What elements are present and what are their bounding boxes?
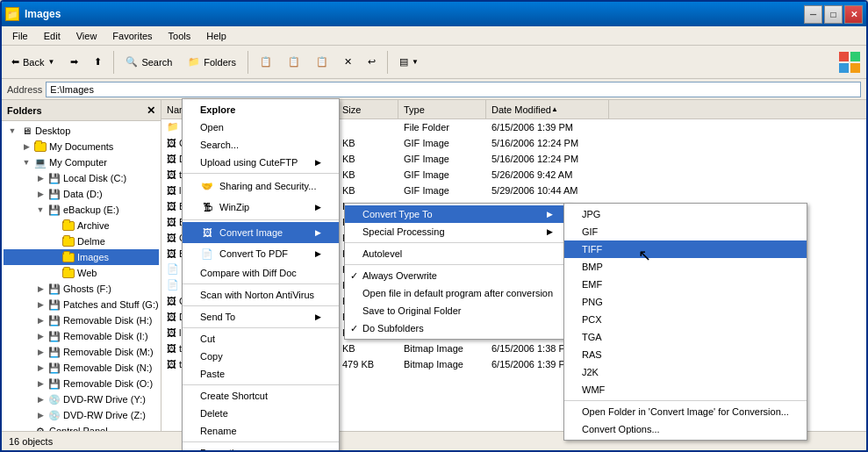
winzip-icon: 🗜 xyxy=(200,200,214,214)
ctx-do-subfolders[interactable]: ✓ Do Subfolders xyxy=(345,319,570,337)
tree-item-dvdz[interactable]: ▶ 💿 DVD-RW Drive (Z:) xyxy=(4,407,159,423)
ctx-gif[interactable]: GIF xyxy=(564,223,807,240)
ctx-convert-options[interactable]: Convert Options... xyxy=(564,420,807,438)
tree-item-dvdy[interactable]: ▶ 💿 DVD-RW Drive (Y:) xyxy=(4,391,159,407)
tree-item-removablei[interactable]: ▶ 💾 Removable Disk (I:) xyxy=(4,328,159,344)
paste-icon: 📋 xyxy=(316,56,328,68)
tree-item-images[interactable]: Images xyxy=(4,249,159,265)
patches-icon: 💾 xyxy=(47,298,61,312)
windows-logo xyxy=(836,49,863,75)
close-panel-button[interactable]: ✕ xyxy=(147,104,155,117)
menu-favorites[interactable]: Favorites xyxy=(105,27,159,45)
tree-item-datad[interactable]: ▶ 💾 Data (D:) xyxy=(4,186,159,202)
ctx-ras[interactable]: RAS xyxy=(564,346,807,363)
tree-item-patches[interactable]: ▶ 💾 Patches and Stuff (G:) xyxy=(4,297,159,312)
back-button[interactable]: ⬅ Back ▼ xyxy=(5,49,61,75)
winzip-arrow-icon: ▶ xyxy=(315,203,321,212)
ctx-winzip[interactable]: 🗜 WinZip ▶ xyxy=(183,197,339,218)
col-header-size[interactable]: Size xyxy=(337,100,398,118)
move-button[interactable]: 📋 xyxy=(254,49,278,75)
tree-item-mydocs[interactable]: ▶ My Documents xyxy=(4,139,159,154)
menu-tools[interactable]: Tools xyxy=(161,27,198,45)
tree-item-desktop[interactable]: ▼ 🖥 Desktop xyxy=(4,123,159,139)
tree-item-removableo[interactable]: ▶ 💾 Removable Disk (O:) xyxy=(4,376,159,391)
separator xyxy=(183,384,339,385)
address-label: Address xyxy=(7,84,42,95)
ctx-emf[interactable]: EMF xyxy=(564,276,807,293)
expander-archive xyxy=(47,219,61,233)
ctx-norton[interactable]: Scan with Norton AntiVirus xyxy=(183,286,339,304)
ctx-sendto[interactable]: Send To ▶ xyxy=(183,308,339,326)
copy-button[interactable]: 📋 xyxy=(282,49,306,75)
ctx-paste[interactable]: Paste xyxy=(183,365,339,383)
ctx-open-default[interactable]: Open file in default program after conve… xyxy=(345,284,570,302)
removablen-icon: 💾 xyxy=(47,361,61,375)
tree-item-ebackup[interactable]: ▼ 💾 eBackup (E:) xyxy=(4,202,159,218)
undo-button[interactable]: ↩ xyxy=(362,49,382,75)
ctx-bmp[interactable]: BMP xyxy=(564,258,807,276)
tree-item-localc[interactable]: ▶ 💾 Local Disk (C:) xyxy=(4,170,159,186)
delete-button[interactable]: ✕ xyxy=(338,49,358,75)
separator xyxy=(183,283,339,284)
menu-help[interactable]: Help xyxy=(199,27,233,45)
ctx-delete[interactable]: Delete xyxy=(183,405,339,422)
ctx-properties[interactable]: Properties xyxy=(183,444,339,452)
tree-item-ghosts[interactable]: ▶ 💾 Ghosts (F:) xyxy=(4,281,159,297)
back-label: Back xyxy=(23,57,44,68)
ctx-convert-image[interactable]: 🖼 Convert Image ▶ xyxy=(183,222,339,243)
ctx-create-shortcut[interactable]: Create Shortcut xyxy=(183,387,339,405)
tree-item-removablen[interactable]: ▶ 💾 Removable Disk (N:) xyxy=(4,360,159,376)
ctx-tiff[interactable]: TIFF xyxy=(564,240,807,258)
up-button[interactable]: ⬆ xyxy=(88,49,108,75)
ctx-explore[interactable]: Explore xyxy=(183,101,339,118)
ctx-copy[interactable]: Copy xyxy=(183,348,339,365)
col-header-date[interactable]: Date Modified ▲ xyxy=(486,100,609,118)
forward-button[interactable]: ➡ xyxy=(64,49,84,75)
ctx-tga[interactable]: TGA xyxy=(564,328,807,346)
ctx-j2k[interactable]: J2K xyxy=(564,363,807,381)
views-button[interactable]: ▤ ▼ xyxy=(393,49,425,75)
ctx-autolevel[interactable]: Autolevel xyxy=(345,245,570,262)
window-icon: 📁 xyxy=(5,7,19,21)
ctx-open-folder-convert[interactable]: Open Folder in 'Convert Image' for Conve… xyxy=(564,403,807,420)
ctx-pcx[interactable]: PCX xyxy=(564,311,807,328)
menu-view[interactable]: View xyxy=(69,27,104,45)
ctx-convert-type[interactable]: Convert Type To ▶ xyxy=(345,205,570,223)
expander-mycomputer: ▼ xyxy=(19,155,33,169)
tree-item-removablem[interactable]: ▶ 💾 Removable Disk (M:) xyxy=(4,344,159,360)
tree-item-removableh[interactable]: ▶ 💾 Removable Disk (H:) xyxy=(4,312,159,328)
mydocs-icon xyxy=(33,140,47,154)
tree-item-archive[interactable]: Archive xyxy=(4,218,159,233)
ctx-always-overwrite[interactable]: ✓ Always Overwrite xyxy=(345,267,570,284)
address-input[interactable] xyxy=(46,82,861,97)
ctx-wmf[interactable]: WMF xyxy=(564,381,807,398)
close-button[interactable]: ✕ xyxy=(844,5,863,24)
ctx-search[interactable]: Search... xyxy=(183,136,339,154)
ctx-jpg[interactable]: JPG xyxy=(564,205,807,223)
ctx-sharing[interactable]: 🤝 Sharing and Security... xyxy=(183,176,339,197)
ctx-compare[interactable]: Compare with Diff Doc xyxy=(183,264,339,282)
ctx-convert-pdf[interactable]: 📄 Convert To PDF ▶ xyxy=(183,243,339,264)
ctx-rename[interactable]: Rename xyxy=(183,422,339,440)
ctx-cut[interactable]: Cut xyxy=(183,330,339,348)
removableo-icon: 💾 xyxy=(47,377,61,391)
menu-file[interactable]: File xyxy=(5,27,35,45)
tree-item-delme[interactable]: Delme xyxy=(4,233,159,249)
ctx-special-processing[interactable]: Special Processing ▶ xyxy=(345,223,570,240)
menu-edit[interactable]: Edit xyxy=(37,27,68,45)
convert-pdf-icon: 📄 xyxy=(200,247,214,261)
ctx-png[interactable]: PNG xyxy=(564,293,807,311)
tree-item-web[interactable]: Web xyxy=(4,265,159,281)
maximize-button[interactable]: □ xyxy=(824,5,843,24)
tree-item-mycomputer[interactable]: ▼ 💻 My Computer xyxy=(4,154,159,170)
col-header-type[interactable]: Type xyxy=(398,100,486,118)
ctx-open[interactable]: Open xyxy=(183,118,339,136)
minimize-button[interactable]: ─ xyxy=(804,5,822,24)
folders-button[interactable]: 📁 Folders xyxy=(182,49,242,75)
expander-ghosts: ▶ xyxy=(33,282,47,296)
search-label: Search xyxy=(141,57,172,68)
ctx-save-original[interactable]: Save to Original Folder xyxy=(345,302,570,319)
search-button[interactable]: 🔍 Search xyxy=(119,49,178,75)
paste-btn[interactable]: 📋 xyxy=(310,49,334,75)
ctx-upload-cuteFTP[interactable]: Upload using CuteFTP ▶ xyxy=(183,154,339,171)
